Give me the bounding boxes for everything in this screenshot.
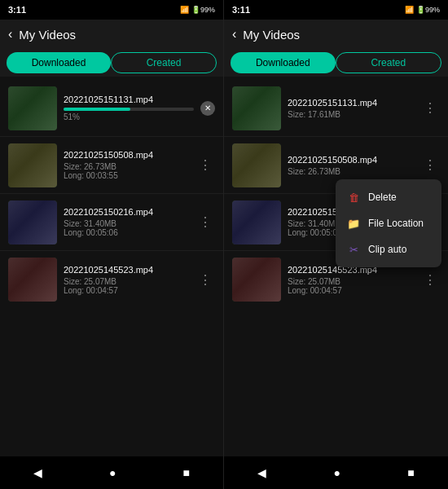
nav-back-button[interactable]: ◀: [33, 466, 42, 479]
video-size: Size: 25.07MB: [64, 277, 189, 286]
video-menu-button[interactable]: ⋮: [420, 269, 440, 291]
progress-bar-fill: [64, 108, 130, 111]
video-menu-button[interactable]: ⋮: [195, 154, 215, 176]
progress-text: 51%: [64, 112, 194, 121]
video-menu-button[interactable]: ⋮: [195, 269, 215, 291]
file-location-icon: 📁: [347, 217, 360, 230]
right-status-bar: 3:11 📶 🔋99%: [224, 0, 448, 20]
video-size: Size: 26.73MB: [288, 167, 414, 176]
clip-auto-label: Clip auto: [368, 244, 406, 255]
progress-bar-container: [64, 108, 194, 111]
right-status-time: 3:11: [232, 5, 250, 15]
thumb-image: [232, 86, 281, 130]
video-size: Size: 26.73MB: [64, 162, 189, 171]
list-item[interactable]: 20221025150508.mp4 Size: 26.73MB ⋮ 🗑 Del…: [224, 137, 448, 194]
left-battery-icon: 🔋99%: [191, 6, 215, 14]
left-tab-downloaded[interactable]: Downloaded: [7, 52, 111, 73]
right-wifi-icon: 📶: [405, 6, 414, 14]
right-back-button[interactable]: ‹: [232, 27, 236, 42]
left-tab-bar: Downloaded Created: [0, 49, 223, 77]
video-info: 20221025145523.mp4 Size: 25.07MB Long: 0…: [281, 265, 420, 295]
nav-home-button[interactable]: ●: [109, 466, 116, 479]
video-name: 20221025151131.mp4: [288, 98, 414, 108]
left-video-list: 20221025151131.mp4 51% ✕ 20221025150508.…: [0, 77, 223, 456]
video-thumbnail: [232, 200, 281, 244]
context-menu: 🗑 Delete 📁 File Location ✂ Clip auto: [336, 179, 441, 267]
file-location-label: File Location: [368, 218, 424, 229]
video-size: Size: 17.61MB: [288, 110, 414, 119]
nav-recents-button[interactable]: ■: [407, 466, 414, 479]
video-info: 20221025151131.mp4 51%: [57, 95, 200, 121]
video-duration: Long: 00:04:57: [64, 286, 189, 295]
video-thumbnail: [232, 143, 281, 187]
right-video-list: 20221025151131.mp4 Size: 17.61MB ⋮ 20221…: [224, 77, 448, 456]
video-menu-button[interactable]: ⋮: [195, 211, 215, 233]
video-name: 20221025150508.mp4: [288, 155, 414, 165]
video-size: Size: 25.07MB: [288, 277, 414, 286]
thumb-image: [8, 200, 57, 244]
video-info: 20221025145523.mp4 Size: 25.07MB Long: 0…: [57, 265, 195, 295]
left-status-time: 3:11: [8, 5, 26, 15]
video-duration: Long: 00:05:06: [64, 228, 189, 237]
cancel-download-button[interactable]: ✕: [200, 101, 215, 116]
clip-auto-icon: ✂: [347, 243, 360, 256]
thumb-image: [232, 258, 281, 302]
context-menu-file-location[interactable]: 📁 File Location: [336, 210, 441, 236]
video-thumbnail: [8, 258, 57, 302]
thumb-image: [8, 86, 57, 130]
right-nav-bar: ◀ ● ■: [224, 456, 448, 489]
right-tab-created[interactable]: Created: [336, 52, 442, 73]
delete-icon: 🗑: [347, 191, 360, 204]
video-thumbnail: [8, 86, 57, 130]
left-header: ‹ My Videos: [0, 20, 223, 49]
left-back-button[interactable]: ‹: [8, 27, 12, 42]
video-menu-button[interactable]: ⋮: [420, 154, 440, 176]
right-panel: 3:11 📶 🔋99% ‹ My Videos Downloaded Creat…: [224, 0, 448, 489]
video-info: 20221025151131.mp4 Size: 17.61MB: [281, 98, 420, 119]
video-info: 20221025150216.mp4 Size: 31.40MB Long: 0…: [57, 207, 195, 237]
context-menu-delete[interactable]: 🗑 Delete: [336, 184, 441, 210]
right-page-title: My Videos: [243, 28, 300, 42]
video-size: Size: 31.40MB: [64, 219, 189, 228]
video-thumbnail: [8, 200, 57, 244]
video-menu-button[interactable]: ⋮: [420, 97, 440, 119]
left-tab-created[interactable]: Created: [111, 52, 217, 73]
right-tab-downloaded[interactable]: Downloaded: [231, 52, 336, 73]
video-name: 20221025150508.mp4: [64, 150, 189, 160]
video-thumbnail: [8, 143, 57, 187]
context-menu-clip-auto[interactable]: ✂ Clip auto: [336, 236, 441, 262]
left-panel: 3:11 📶 🔋99% ‹ My Videos Downloaded Creat…: [0, 0, 224, 489]
video-name: 20221025150216.mp4: [64, 207, 189, 217]
nav-home-button[interactable]: ●: [334, 466, 340, 479]
thumb-image: [8, 143, 57, 187]
list-item[interactable]: 20221025151131.mp4 Size: 17.61MB ⋮: [224, 80, 448, 137]
list-item[interactable]: 20221025145523.mp4 Size: 25.07MB Long: 0…: [0, 251, 223, 308]
right-tab-bar: Downloaded Created: [224, 49, 448, 77]
thumb-image: [232, 143, 281, 187]
left-wifi-icon: 📶: [180, 6, 189, 14]
list-item[interactable]: 20221025150216.mp4 Size: 31.40MB Long: 0…: [0, 194, 223, 251]
right-battery-icon: 🔋99%: [416, 6, 440, 14]
video-duration: Long: 00:03:55: [64, 171, 189, 180]
nav-recents-button[interactable]: ■: [183, 466, 190, 479]
list-item[interactable]: 20221025150508.mp4 Size: 26.73MB Long: 0…: [0, 137, 223, 194]
delete-label: Delete: [368, 192, 397, 203]
thumb-image: [232, 200, 281, 244]
left-page-title: My Videos: [19, 28, 76, 42]
video-info: 20221025150508.mp4 Size: 26.73MB: [281, 155, 420, 176]
video-info: 20221025150508.mp4 Size: 26.73MB Long: 0…: [57, 150, 195, 180]
video-thumbnail: [232, 86, 281, 130]
video-name: 20221025151131.mp4: [64, 95, 194, 104]
list-item[interactable]: 20221025151131.mp4 51% ✕: [0, 80, 223, 137]
right-status-icons: 📶 🔋99%: [405, 6, 440, 14]
right-header: ‹ My Videos: [224, 20, 448, 49]
video-duration: Long: 00:04:57: [288, 286, 414, 295]
left-status-bar: 3:11 📶 🔋99%: [0, 0, 223, 20]
nav-back-button[interactable]: ◀: [257, 466, 266, 479]
left-status-icons: 📶 🔋99%: [180, 6, 215, 14]
video-thumbnail: [232, 258, 281, 302]
left-nav-bar: ◀ ● ■: [0, 456, 223, 489]
video-name: 20221025145523.mp4: [64, 265, 189, 275]
thumb-image: [8, 258, 57, 302]
